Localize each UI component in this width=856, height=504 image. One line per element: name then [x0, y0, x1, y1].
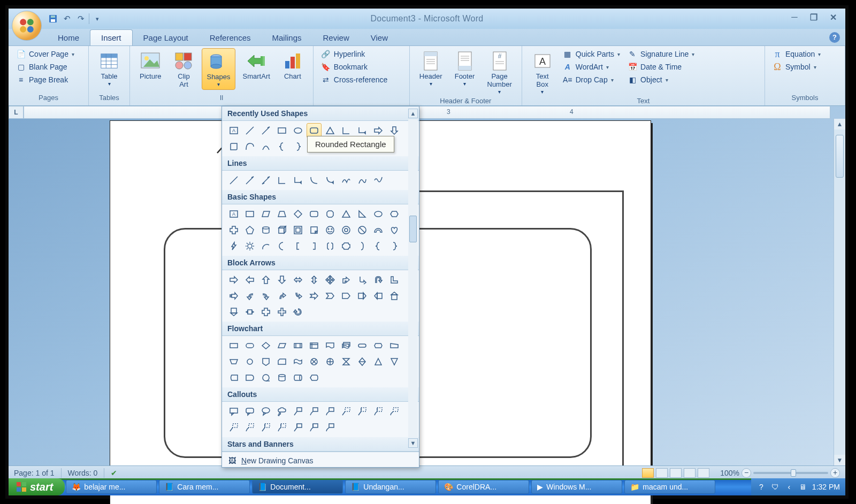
co-accent3[interactable] — [387, 404, 402, 419]
new-drawing-canvas[interactable]: 🖼 New Drawing Canvas — [222, 452, 419, 469]
ba-bent[interactable] — [339, 272, 354, 287]
shapes-scroll-up[interactable]: ▲ — [408, 109, 418, 118]
fc-manual[interactable] — [387, 338, 402, 353]
redo-icon[interactable]: ↷ — [75, 13, 87, 25]
fc-merge[interactable] — [387, 354, 402, 369]
co-cloud[interactable] — [274, 404, 289, 419]
bs-rect[interactable] — [242, 207, 257, 222]
bs-hexagon[interactable] — [387, 207, 402, 222]
bs-octagon[interactable] — [323, 207, 338, 222]
qat-customize-icon[interactable]: ▾ — [91, 13, 103, 25]
bs-lightning[interactable] — [226, 239, 241, 254]
tray-clock[interactable]: 1:32 PM — [812, 483, 840, 491]
shape-arrow2[interactable] — [242, 173, 257, 188]
ba-quad[interactable] — [323, 272, 338, 287]
fc-prep[interactable] — [371, 338, 386, 353]
ba-cross[interactable] — [258, 304, 273, 319]
fc-predef[interactable] — [291, 338, 305, 353]
bs-moon[interactable] — [274, 239, 289, 254]
taskbar-item-word2[interactable]: 📘Document... — [252, 480, 343, 494]
ruler-corner[interactable]: L — [9, 106, 24, 119]
fc-tape[interactable] — [291, 354, 305, 369]
shape-elbow-arrow2[interactable] — [291, 173, 305, 188]
header-button[interactable]: Header▾ — [415, 48, 447, 89]
bs-blockarc[interactable] — [371, 223, 386, 238]
ba-curved-r[interactable] — [258, 288, 273, 303]
bs-lbrace[interactable] — [371, 239, 386, 254]
bs-rbracket[interactable] — [307, 239, 322, 254]
fc-internal[interactable] — [307, 338, 322, 353]
shape-arrow-line[interactable] — [258, 123, 273, 138]
co-line4[interactable] — [339, 404, 354, 419]
outline-view-button[interactable] — [684, 468, 696, 478]
shape-curve[interactable] — [242, 139, 257, 154]
tray-shield-icon[interactable]: 🛡 — [770, 482, 780, 492]
bs-noentry[interactable] — [355, 223, 370, 238]
fc-multidoc[interactable] — [339, 338, 354, 353]
tab-page-layout[interactable]: Page Layout — [133, 30, 199, 45]
ba-up[interactable] — [258, 272, 273, 287]
bs-cross[interactable] — [226, 223, 241, 238]
picture-button[interactable]: Picture — [135, 48, 165, 83]
date-time-button[interactable]: 📅Date & Time — [625, 61, 697, 73]
bs-donut[interactable] — [339, 223, 354, 238]
ba-ud[interactable] — [307, 272, 322, 287]
ba-down[interactable] — [274, 272, 289, 287]
bs-pentagon[interactable] — [242, 223, 257, 238]
bs-arc[interactable] — [258, 239, 273, 254]
co-border1[interactable] — [226, 420, 241, 435]
fc-direct[interactable] — [291, 370, 305, 385]
fc-stored[interactable] — [226, 370, 241, 385]
blank-page-button[interactable]: ▢Blank Page — [14, 61, 77, 73]
bs-rbrace[interactable] — [387, 239, 402, 254]
fc-round[interactable] — [242, 338, 257, 353]
shape-curve2[interactable] — [339, 173, 354, 188]
bs-rtriangle[interactable] — [355, 207, 370, 222]
co-line1[interactable] — [291, 404, 305, 419]
co-border5[interactable] — [291, 420, 305, 435]
bs-textbox[interactable]: A — [226, 207, 241, 222]
ba-curved-u[interactable] — [274, 288, 289, 303]
shape-curve-arrow[interactable] — [323, 173, 338, 188]
status-words[interactable]: Words: 0 — [68, 469, 98, 477]
shapes-button[interactable]: Shapes▾ — [202, 48, 235, 90]
co-border4[interactable] — [274, 420, 289, 435]
bs-dbracket[interactable] — [323, 239, 338, 254]
fc-offpage[interactable] — [258, 354, 273, 369]
ba-callout-d[interactable] — [226, 304, 241, 319]
co-border7[interactable] — [323, 420, 338, 435]
save-icon[interactable] — [47, 13, 59, 25]
bs-lbracket[interactable] — [291, 239, 305, 254]
shape-right-brace[interactable] — [291, 139, 305, 154]
ba-callout-lr[interactable] — [242, 304, 257, 319]
bs-sun[interactable] — [242, 239, 257, 254]
ba-uturn[interactable] — [371, 272, 386, 287]
ba-right[interactable] — [226, 272, 241, 287]
maximize-button[interactable]: ❐ — [806, 12, 822, 22]
textbox-button[interactable]: AText Box▾ — [528, 48, 557, 97]
equation-button[interactable]: πEquation — [770, 48, 823, 60]
bs-diamond[interactable] — [291, 207, 305, 222]
shapes-scrollbar[interactable]: ▲ ▼ — [408, 109, 418, 448]
shape-arc[interactable] — [258, 139, 273, 154]
wordart-button[interactable]: AWordArt — [561, 61, 622, 73]
tray-help-icon[interactable]: ? — [756, 482, 766, 492]
ba-corner[interactable] — [387, 272, 402, 287]
cross-reference-button[interactable]: ⇄Cross-reference — [319, 74, 389, 86]
fc-manualop[interactable] — [226, 354, 241, 369]
ba-callout-r[interactable] — [355, 288, 370, 303]
bookmark-button[interactable]: 🔖Bookmark — [319, 61, 389, 73]
co-oval[interactable] — [258, 404, 273, 419]
footer-button[interactable]: Footer▾ — [450, 48, 480, 89]
close-button[interactable]: ✕ — [825, 12, 841, 22]
zoom-slider[interactable] — [753, 472, 828, 474]
table-button[interactable]: Table▾ — [94, 48, 124, 89]
bs-roundrect[interactable] — [307, 207, 322, 222]
shape-elbow2[interactable] — [274, 173, 289, 188]
signature-line-button[interactable]: ✎Signature Line — [625, 48, 697, 60]
ba-circular[interactable] — [291, 304, 305, 319]
smartart-button[interactable]: SmartArt — [239, 48, 274, 83]
shape-flowchart[interactable] — [226, 139, 241, 154]
co-accent1[interactable] — [355, 404, 370, 419]
taskbar-item-corel[interactable]: 🎨CorelDRA... — [438, 480, 529, 494]
